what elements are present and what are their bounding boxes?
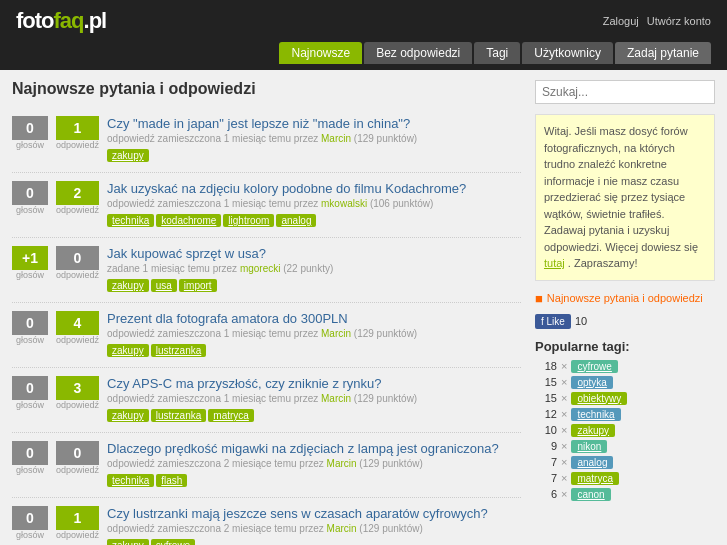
popular-tags-title: Popularne tagi:: [535, 339, 715, 354]
tag-row: 18×cyfrowe: [535, 360, 715, 373]
vote-box: 0głosów: [12, 181, 48, 215]
question-title-link[interactable]: Czy lustrzanki mają jeszcze sens w czasa…: [107, 506, 488, 521]
popular-tag-link[interactable]: obiektywy: [571, 392, 627, 405]
question-tags: technikaflash: [107, 473, 521, 489]
tag-link[interactable]: flash: [156, 474, 187, 487]
tag-link[interactable]: zakupy: [107, 409, 149, 422]
tag-multiplier: ×: [561, 376, 567, 388]
popular-tag-link[interactable]: zakupy: [571, 424, 615, 437]
popular-tag-link[interactable]: analog: [571, 456, 613, 469]
vote-label: głosów: [12, 465, 48, 475]
rss-link[interactable]: ■ Najnowsze pytania i odpowiedzi: [535, 291, 715, 306]
popular-tag-link[interactable]: canon: [571, 488, 610, 501]
welcome-suffix: . Zapraszamy!: [568, 257, 638, 269]
vote-count: 0: [12, 116, 48, 140]
tag-link[interactable]: zakupy: [107, 539, 149, 545]
fb-count: 10: [575, 315, 587, 327]
answer-label: odpowiedź: [56, 270, 99, 280]
tag-link[interactable]: lustrzanka: [151, 409, 207, 422]
question-title-link[interactable]: Dlaczego prędkość migawki na zdjęciach z…: [107, 441, 499, 456]
question-tags: zakupycyfrowe: [107, 538, 521, 545]
tag-link[interactable]: import: [179, 279, 217, 292]
vote-label: głosów: [12, 400, 48, 410]
question-title-link[interactable]: Jak kupować sprzęt w usa?: [107, 246, 266, 261]
tag-link[interactable]: zakupy: [107, 344, 149, 357]
answer-count: 3: [56, 376, 99, 400]
tag-link[interactable]: technika: [107, 474, 154, 487]
question-tags: zakupylustrzanka: [107, 343, 521, 359]
tag-link[interactable]: analog: [276, 214, 316, 227]
tag-link[interactable]: zakupy: [107, 149, 149, 162]
tag-link[interactable]: lightroom: [223, 214, 274, 227]
question-item: 0głosów4odpowiedźPrezent dla fotografa a…: [12, 303, 521, 368]
answer-count: 2: [56, 181, 99, 205]
popular-tag-link[interactable]: optyka: [571, 376, 612, 389]
question-meta: odpowiedź zamieszczona 1 miesiąc temu pr…: [107, 393, 521, 404]
question-author[interactable]: mkowalski: [321, 198, 367, 209]
tag-row: 7×matryca: [535, 472, 715, 485]
tab-zadaj-pytanie[interactable]: Zadaj pytanie: [615, 42, 711, 64]
header-actions: Zaloguj Utwórz konto: [603, 15, 711, 27]
login-link[interactable]: Zaloguj: [603, 15, 639, 27]
tab-najnowsze[interactable]: Najnowsze: [279, 42, 362, 64]
tag-link[interactable]: matryca: [208, 409, 254, 422]
vote-box: 0głosów: [12, 506, 48, 540]
question-author[interactable]: Marcin: [321, 393, 351, 404]
popular-tag-link[interactable]: cyfrowe: [571, 360, 617, 373]
question-title-link[interactable]: Prezent dla fotografa amatora do 300PLN: [107, 311, 348, 326]
question-author[interactable]: Marcin: [327, 458, 357, 469]
question-meta: zadane 1 miesiąc temu przez mgorecki (22…: [107, 263, 521, 274]
answer-label: odpowiedź: [56, 335, 99, 345]
answer-label: odpowiedź: [56, 530, 99, 540]
question-author[interactable]: Marcin: [327, 523, 357, 534]
question-item: 0głosów1odpowiedźCzy "made in japan" jes…: [12, 108, 521, 173]
tag-count: 15: [535, 392, 557, 404]
question-body: Dlaczego prędkość migawki na zdjęciach z…: [107, 441, 521, 489]
question-tags: zakupylustrzankamatryca: [107, 408, 521, 424]
tab-tagi[interactable]: Tagi: [474, 42, 520, 64]
tag-link[interactable]: usa: [151, 279, 177, 292]
welcome-link[interactable]: tutaj: [544, 257, 565, 269]
header: fotofaq.pl Zaloguj Utwórz konto: [0, 0, 727, 42]
register-link[interactable]: Utwórz konto: [647, 15, 711, 27]
tag-multiplier: ×: [561, 360, 567, 372]
question-author[interactable]: Marcin: [321, 133, 351, 144]
vote-count: 0: [12, 376, 48, 400]
tag-row: 15×obiektywy: [535, 392, 715, 405]
popular-tag-link[interactable]: technika: [571, 408, 620, 421]
vote-label: głosów: [12, 140, 48, 150]
tag-count: 15: [535, 376, 557, 388]
question-tags: zakupyusaimport: [107, 278, 521, 294]
tab-bez-odpowiedzi[interactable]: Bez odpowiedzi: [364, 42, 472, 64]
rss-label: Najnowsze pytania i odpowiedzi: [547, 292, 703, 304]
vote-label: głosów: [12, 530, 48, 540]
vote-box: 0głosów: [12, 441, 48, 475]
popular-tag-link[interactable]: matryca: [571, 472, 619, 485]
question-author[interactable]: Marcin: [321, 328, 351, 339]
answer-count: 1: [56, 506, 99, 530]
popular-tag-link[interactable]: nikon: [571, 440, 607, 453]
tag-link[interactable]: cyfrowe: [151, 539, 195, 545]
question-title-link[interactable]: Jak uzyskać na zdjęciu kolory podobne do…: [107, 181, 466, 196]
fb-like-btn[interactable]: f Like: [535, 314, 571, 329]
question-meta: odpowiedź zamieszczona 1 miesiąc temu pr…: [107, 328, 521, 339]
tag-multiplier: ×: [561, 408, 567, 420]
answer-box: 1odpowiedź: [56, 506, 99, 540]
tag-link[interactable]: kodachrome: [156, 214, 221, 227]
tag-link[interactable]: lustrzanka: [151, 344, 207, 357]
fb-box: f Like 10: [535, 314, 715, 329]
question-author[interactable]: mgorecki: [240, 263, 281, 274]
tag-link[interactable]: zakupy: [107, 279, 149, 292]
question-title-link[interactable]: Czy "made in japan" jest lepsze niż "mad…: [107, 116, 410, 131]
tag-link[interactable]: technika: [107, 214, 154, 227]
question-title-link[interactable]: Czy APS-C ma przyszłość, czy zniknie z r…: [107, 376, 382, 391]
vote-box: 0głosów: [12, 116, 48, 150]
fb-like-label: Like: [547, 316, 565, 327]
question-body: Prezent dla fotografa amatora do 300PLNo…: [107, 311, 521, 359]
tag-count: 9: [535, 440, 557, 452]
tab-uzytkownicy[interactable]: Użytkownicy: [522, 42, 613, 64]
search-input[interactable]: [535, 80, 715, 104]
question-tags: technikakodachromelightroomanalog: [107, 213, 521, 229]
question-body: Jak kupować sprzęt w usa?zadane 1 miesią…: [107, 246, 521, 294]
question-meta: odpowiedź zamieszczona 2 miesiące temu p…: [107, 523, 521, 534]
